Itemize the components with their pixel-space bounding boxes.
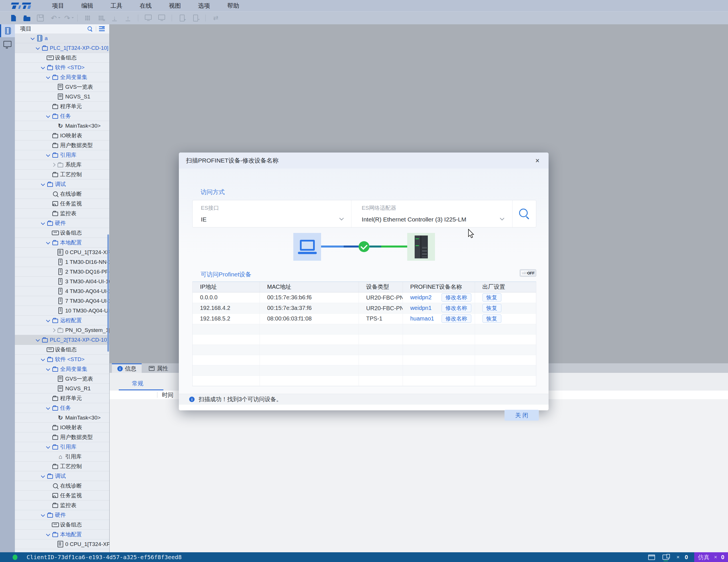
menu-item-5[interactable]: 视图 [160, 0, 189, 11]
tree-expander-icon[interactable] [45, 152, 52, 158]
restore-button[interactable]: 恢复 [482, 314, 501, 323]
tree-item[interactable]: 设备组态 [15, 520, 109, 530]
tree-item[interactable]: 1 TM30-DI16-NN-10⋯ [15, 257, 109, 267]
compile-cancel-icon[interactable] [96, 13, 106, 23]
menu-item-2[interactable]: 编辑 [73, 0, 102, 11]
tree-item[interactable]: 全局变量集 [15, 364, 109, 374]
tree-expander-icon[interactable] [40, 512, 46, 518]
tree-expander-icon[interactable] [50, 327, 57, 333]
simulation-badge[interactable]: 仿真 × 0 [694, 552, 728, 562]
tree-item[interactable]: GVS一览表 [15, 82, 109, 92]
close-icon[interactable]: × [533, 157, 542, 165]
tab-info[interactable]: 信息 [112, 363, 142, 373]
download-icon[interactable] [110, 13, 119, 23]
tree-item[interactable]: MainTask<30> [15, 413, 109, 423]
tree-item[interactable]: 硬件 [15, 510, 109, 520]
tree-item[interactable]: 0 CPU_1[T324-XP-C⋯ [15, 539, 109, 549]
tree-item[interactable]: 引用库 [15, 150, 109, 160]
tree-item[interactable]: 任务监视 [15, 199, 109, 209]
tree-item[interactable]: 任务 [15, 403, 109, 413]
tree-item[interactable]: 设备组态 [15, 228, 109, 238]
project-explorer-button[interactable] [0, 24, 15, 37]
tree-item[interactable]: 工艺控制 [15, 170, 109, 179]
window-icon[interactable] [648, 555, 655, 560]
menu-item-3[interactable]: 工具 [102, 0, 131, 11]
tree-item[interactable]: 4 TM30-AQ04-UI-10⋯ [15, 286, 109, 296]
tree-item[interactable]: 本地配置 [15, 238, 109, 248]
tab-properties[interactable]: 属性 [142, 363, 175, 373]
tree-item[interactable]: 监控表 [15, 500, 109, 510]
upload-icon[interactable] [123, 13, 133, 23]
tree-expander-icon[interactable] [45, 74, 52, 80]
tree-item[interactable]: 7 TM30-AQ04-UI-10⋯ [15, 296, 109, 306]
scan-search-icon[interactable] [519, 208, 530, 219]
tree-item[interactable]: 引用库 [15, 442, 109, 452]
tree-item[interactable]: MainTask<30> [15, 121, 109, 131]
tree-item[interactable]: 10 TM30-AQ04-UI-1⋯ [15, 306, 109, 316]
tree-item[interactable]: 全局变量集 [15, 72, 109, 82]
rename-button[interactable]: 修改名称 [442, 304, 471, 312]
search-icon[interactable] [87, 26, 93, 32]
chevron-down-icon[interactable] [500, 216, 505, 221]
tree-item[interactable]: 2 TM30-DQ16-PP-10⋯ [15, 267, 109, 277]
tree-expander-icon[interactable] [50, 162, 57, 168]
tree-item[interactable]: 工艺控制 [15, 462, 109, 471]
tree-expander-icon[interactable] [45, 366, 52, 372]
menu-item-6[interactable]: 选项 [189, 0, 219, 11]
tree-item[interactable]: 调试 [15, 471, 109, 481]
tree-item[interactable]: IO映射表 [15, 423, 109, 432]
tree-expander-icon[interactable] [45, 444, 52, 450]
tree-item[interactable]: 远程配置 [15, 316, 109, 325]
chevron-down-icon[interactable] [339, 216, 344, 221]
menu-item-1[interactable]: 项目 [43, 0, 73, 11]
es-adapter-select[interactable]: ES网络适配器 Intel(R) Ethernet Controller (3)… [351, 200, 513, 227]
tree-item[interactable]: 软件 <STD> [15, 63, 109, 72]
compile-icon[interactable] [83, 13, 92, 23]
open-project-icon[interactable] [22, 13, 32, 23]
tree-expander-icon[interactable] [40, 220, 46, 226]
tree-item[interactable]: IO映射表 [15, 131, 109, 141]
rename-button[interactable]: 修改名称 [442, 293, 471, 302]
tree-expander-icon[interactable] [35, 45, 41, 51]
tree-expander-icon[interactable] [45, 113, 52, 119]
save-icon[interactable] [35, 13, 45, 23]
tree-item[interactable]: NGVS_S1 [15, 92, 109, 102]
tree-item[interactable]: 任务监视 [15, 491, 109, 500]
start-plc-icon[interactable] [177, 13, 187, 23]
new-file-icon[interactable] [9, 13, 18, 23]
close-button[interactable]: 关 闭 [505, 410, 539, 421]
tree-expander-icon[interactable] [45, 405, 52, 411]
menu-item-4[interactable]: 在线 [131, 0, 160, 11]
tree-expander-icon[interactable] [45, 531, 52, 538]
tree-item[interactable]: 本地配置 [15, 530, 109, 539]
tree-expander-icon[interactable] [35, 337, 41, 343]
tree-item[interactable]: 监控表 [15, 209, 109, 218]
tree-expander-icon[interactable] [40, 181, 46, 187]
tree-item[interactable]: 设备组态 [15, 345, 109, 355]
tree-expander-icon[interactable] [40, 64, 46, 71]
tree-item[interactable]: PLC_1[T324-XP-CD-10] [15, 43, 109, 53]
tree-expander-icon[interactable] [40, 356, 46, 363]
restore-button[interactable]: 恢复 [482, 304, 501, 312]
tree-item[interactable]: NGVS_R1 [15, 384, 109, 393]
tree-item[interactable]: 在线诊断 [15, 189, 109, 199]
tree-item[interactable]: 程序单元 [15, 102, 109, 111]
stop-plc-icon[interactable] [191, 13, 200, 23]
restore-button[interactable]: 恢复 [482, 293, 501, 302]
menu-item-7[interactable]: 帮助 [219, 0, 248, 11]
tree-scrollbar-thumb[interactable] [107, 234, 109, 352]
go-offline-icon[interactable] [157, 13, 167, 23]
cross-ref-icon[interactable] [211, 13, 221, 23]
tree-item[interactable]: 引用库 [15, 452, 109, 462]
tree-expander-icon[interactable] [45, 317, 52, 324]
tree-item[interactable]: 软件 <STD> [15, 355, 109, 364]
tree-item[interactable]: 用户数据类型 [15, 141, 109, 150]
tree-item[interactable]: 任务 [15, 111, 109, 121]
download-device-icon[interactable] [662, 555, 669, 560]
tree-item[interactable]: 调试 [15, 179, 109, 189]
sort-filter-icon[interactable] [99, 26, 105, 31]
led-toggle[interactable]: LED OFF [520, 269, 536, 277]
subtab-general[interactable]: 常规 [132, 380, 143, 387]
tree-expander-icon[interactable] [40, 473, 46, 479]
tree-item[interactable]: 程序单元 [15, 393, 109, 403]
